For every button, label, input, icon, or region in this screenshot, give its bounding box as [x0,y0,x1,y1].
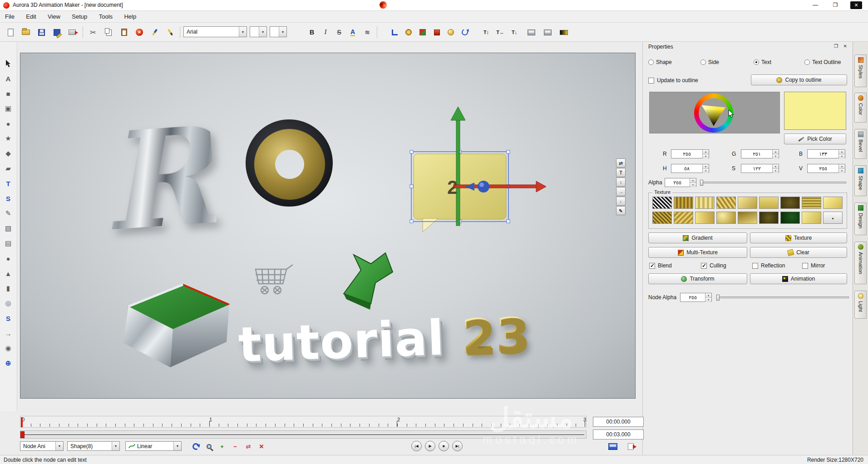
format-brush-button[interactable] [148,25,162,39]
texture-button[interactable]: Texture [750,232,847,243]
animation-button[interactable]: Animation [750,273,847,284]
group-button[interactable] [416,25,429,39]
freeform-shape-tool[interactable]: ▰ [2,162,15,175]
find-node-button[interactable] [204,441,214,451]
more-textures-dropdown[interactable] [823,212,843,224]
arrow-tool[interactable]: → [2,327,15,340]
open-button[interactable] [19,25,33,39]
chevron-down-icon[interactable] [112,442,119,450]
blend-checkbox[interactable]: Blend [649,262,672,269]
paste-button[interactable] [117,25,131,39]
texture-thumbnail[interactable] [652,212,672,224]
pen-tool[interactable]: ✎ [2,207,15,220]
texture-thumbnail[interactable] [780,197,800,209]
torus-object[interactable] [239,115,339,215]
timeline-ruler[interactable]: 0 1 2 3 [20,416,587,428]
close-button[interactable]: ✕ [847,0,865,10]
chevron-down-icon[interactable] [279,27,286,37]
layout-button[interactable] [524,25,538,39]
copy-button[interactable] [102,25,115,39]
rect-shape-tool[interactable]: ■ [2,87,15,100]
delete-all-nodes-button[interactable]: ✕ [256,441,266,451]
spinner-arrows[interactable] [838,164,845,173]
chevron-down-icon[interactable] [239,27,247,37]
shape-dropdown[interactable]: Shape(8) [67,441,120,451]
spinner-arrows[interactable] [772,150,779,158]
radio-side[interactable]: Side [700,59,719,65]
export-frame-button[interactable] [626,441,636,451]
node-alpha-field[interactable]: ٢٥٥ [680,293,712,302]
copy-to-outline-button[interactable]: Copy to outline [751,74,847,85]
viewport-canvas[interactable]: R [20,53,636,399]
update-to-outline-checkbox[interactable]: Update to outline [648,77,698,84]
menu-help[interactable]: Help [119,11,141,22]
torus-tool[interactable]: ◎ [2,297,15,310]
texture-thumbnail[interactable] [652,197,672,209]
float-panel-icon[interactable]: ❐ [834,44,838,49]
node-tool[interactable]: ◉ [2,342,15,355]
strikethrough-button[interactable]: S [332,25,346,39]
alpha-field[interactable]: ٢٥٥ [665,178,696,187]
cylinder-tool[interactable]: ▮ [2,282,15,295]
text-vertical-button[interactable]: T↕ [479,25,493,39]
texture-thumbnail[interactable] [759,197,779,209]
layout-alt-button[interactable] [541,25,554,39]
add-node-button[interactable]: + [217,441,227,451]
menu-file[interactable]: File [0,11,20,22]
extrude-tool[interactable]: ▧ [2,222,15,235]
multi-texture-button[interactable]: Multi-Texture [648,247,747,258]
new-document-button[interactable] [4,25,17,39]
cart-object[interactable] [251,262,298,303]
pen-button[interactable] [163,25,177,39]
gizmo-text-button[interactable]: T [616,168,626,177]
texture-thumbnail[interactable] [802,197,821,209]
stop-button[interactable]: ■ [439,441,449,451]
texture-thumbnail[interactable] [695,212,715,224]
color-wheel-box[interactable] [649,92,780,133]
render-button[interactable] [608,441,618,451]
font-size-dropdown[interactable] [250,26,267,37]
spinner-arrows[interactable] [702,164,709,173]
polygon-shape-tool[interactable]: ◆ [2,147,15,160]
save-button[interactable] [35,25,48,39]
tab-styles[interactable]: Styles [854,54,867,87]
tab-bevel[interactable]: Bevel [854,129,867,159]
globe-tool[interactable]: ⊕ [2,357,15,370]
close-panel-icon[interactable]: ✕ [843,44,847,49]
h-field[interactable]: ٥٨ [671,164,709,173]
text-tool[interactable]: A [2,72,15,85]
gizmo-edit-button[interactable]: ✎ [616,206,626,215]
spinner-arrows[interactable] [690,178,696,187]
skip-start-button[interactable]: |◀ [411,441,422,451]
text-effects-button[interactable]: ≋ [360,25,374,39]
radio-text[interactable]: Text [754,59,771,65]
tab-shape[interactable]: Shape [854,165,867,196]
line-spacing-dropdown[interactable] [270,26,287,37]
texture-thumbnail[interactable] [695,197,715,209]
tab-design[interactable]: Design [854,202,867,235]
menu-setup[interactable]: Setup [67,11,92,22]
chevron-down-icon[interactable] [173,442,181,450]
texture-thumbnail[interactable] [780,212,800,224]
minimize-button[interactable]: — [806,0,824,10]
gizmo-resize-button[interactable]: ↕ [616,178,626,187]
refresh-button[interactable] [191,441,201,451]
reflection-checkbox[interactable]: Reflection [752,262,785,269]
arrange-button[interactable] [402,25,415,39]
spline-tool[interactable]: S [2,312,15,325]
texture-thumbnail[interactable] [738,212,757,224]
font-color-button[interactable]: A [346,25,360,39]
background-color-button[interactable] [557,25,571,39]
chrome-box-object[interactable] [101,278,237,371]
node-ani-dropdown[interactable]: Node Ani [20,441,64,451]
panel-shape-tool[interactable]: ▣ [2,102,15,115]
spinner-arrows[interactable] [702,150,709,158]
alpha-slider-handle[interactable] [700,180,703,186]
export-button[interactable] [65,25,79,39]
menu-edit[interactable]: Edit [21,11,41,22]
maximize-button[interactable]: ❐ [826,0,844,10]
track-playhead-handle[interactable] [20,431,25,438]
texture-thumbnail[interactable] [716,197,736,209]
node-alpha-slider[interactable] [716,296,849,298]
s-field[interactable]: ١٢٢ [741,164,779,173]
